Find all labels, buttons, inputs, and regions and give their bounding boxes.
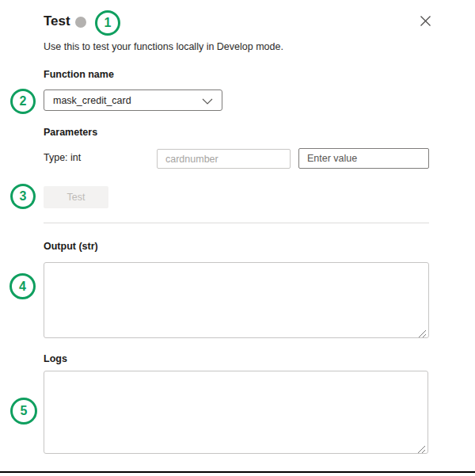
function-name-selected-value: mask_credit_card [53,95,131,106]
output-label: Output (str) [44,241,98,252]
logs-label: Logs [44,353,67,364]
annotation-step-5: 5 [10,398,37,425]
logs-textarea[interactable] [44,371,428,454]
section-divider [44,223,429,223]
parameters-label: Parameters [44,127,97,138]
output-textarea[interactable] [44,262,429,338]
annotation-step-3: 3 [10,184,36,209]
page-title: Test [44,13,70,29]
chevron-down-icon [202,93,213,108]
panel-description: Use this to test your functions locally … [44,41,283,52]
annotation-step-1: 1 [95,10,120,36]
output-textarea-wrap [44,262,429,338]
parameter-name-input[interactable] [157,149,291,169]
annotation-step-4: 4 [10,273,36,299]
test-function-panel: Test Use this to test your functions loc… [0,0,475,476]
function-name-label: Function name [44,69,114,80]
test-button[interactable]: Test [44,186,108,208]
close-button[interactable] [415,12,435,32]
close-icon [420,15,431,29]
status-dot-icon [75,17,86,28]
annotation-step-2: 2 [10,89,36,114]
parameter-type-label: Type: int [44,152,81,163]
logs-textarea-wrap [44,371,428,454]
function-name-dropdown[interactable]: mask_credit_card [44,89,222,111]
parameter-value-input[interactable] [298,148,429,169]
panel-bottom-border [0,471,475,473]
